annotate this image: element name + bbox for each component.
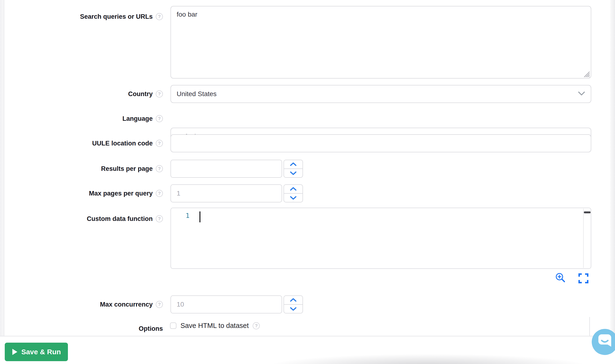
uule-label-row: UULE location code ?: [0, 139, 163, 148]
actor-input-form-page: Search queries or URLs ? foo bar Country…: [0, 0, 615, 364]
custom-data-function-label-row: Custom data function ?: [0, 214, 163, 223]
editor-fullscreen-button[interactable]: [578, 273, 588, 284]
max-pages-input[interactable]: [171, 184, 282, 202]
language-label: Language: [122, 115, 153, 122]
results-per-page-label-row: Results per page ?: [0, 164, 163, 173]
country-label-row: Country ?: [0, 89, 163, 99]
chevron-up-icon: [290, 298, 297, 302]
country-label: Country: [128, 91, 153, 98]
stepper-up-button[interactable]: [284, 296, 303, 304]
chevron-up-icon: [290, 187, 297, 191]
results-per-page-stepper: [283, 160, 303, 178]
country-select[interactable]: United States: [171, 85, 591, 103]
chat-bubble-icon: [592, 329, 615, 355]
max-concurrency-stepper: [283, 295, 303, 313]
page-right-gutter: [610, 0, 615, 336]
help-icon[interactable]: ?: [156, 91, 163, 98]
save-html-checkbox-label: Save HTML to dataset: [180, 322, 249, 330]
stepper-down-button[interactable]: [284, 304, 303, 313]
chevron-down-icon: [290, 171, 297, 175]
save-and-run-button[interactable]: Save & Run: [5, 343, 68, 361]
custom-data-function-label: Custom data function: [87, 215, 153, 222]
stepper-up-button[interactable]: [284, 160, 303, 169]
stepper-up-button[interactable]: [284, 185, 303, 193]
help-icon[interactable]: ?: [156, 140, 163, 147]
stepper-down-button[interactable]: [284, 193, 303, 202]
help-icon[interactable]: ?: [156, 115, 163, 122]
uule-input[interactable]: [171, 134, 591, 152]
max-concurrency-input[interactable]: [171, 295, 282, 313]
help-icon[interactable]: ?: [156, 190, 163, 197]
help-icon[interactable]: ?: [156, 301, 163, 308]
max-concurrency-label: Max concurrency: [100, 301, 153, 308]
country-selected-value: United States: [177, 90, 216, 98]
max-pages-label: Max pages per query: [89, 190, 153, 197]
help-icon[interactable]: ?: [156, 13, 163, 20]
results-per-page-input[interactable]: [171, 160, 282, 178]
stepper-down-button[interactable]: [284, 169, 303, 177]
results-per-page-label: Results per page: [101, 165, 153, 172]
editor-text-cursor: [200, 211, 201, 222]
max-pages-label-row: Max pages per query ?: [0, 189, 163, 198]
card-right-border: [589, 317, 590, 336]
form-footer-bar: Save & Run: [0, 336, 615, 364]
chevron-down-icon: [290, 196, 297, 200]
editor-zoom-in-button[interactable]: [555, 272, 566, 284]
save-html-option-row: Save HTML to dataset ?: [170, 322, 260, 330]
language-label-row: Language ?: [0, 114, 163, 123]
search-queries-label-row: Search queries or URLs ?: [0, 12, 163, 21]
chevron-down-icon: [578, 91, 585, 96]
zoom-in-icon: [555, 272, 566, 283]
play-icon: [12, 349, 18, 355]
help-icon[interactable]: ?: [253, 322, 260, 329]
search-queries-textarea[interactable]: foo bar: [171, 6, 591, 78]
max-pages-stepper: [283, 184, 303, 202]
editor-scrollbar-thumb[interactable]: [584, 211, 590, 213]
help-icon[interactable]: ?: [156, 215, 163, 222]
code-editor[interactable]: 1: [171, 208, 591, 269]
uule-label: UULE location code: [92, 140, 153, 147]
search-queries-label: Search queries or URLs: [80, 13, 153, 20]
chevron-up-icon: [290, 162, 297, 166]
help-icon[interactable]: ?: [156, 165, 163, 172]
chat-widget-button[interactable]: [592, 329, 615, 355]
max-concurrency-label-row: Max concurrency ?: [0, 300, 163, 309]
options-label-row: Options: [0, 324, 163, 333]
options-label: Options: [139, 325, 163, 332]
save-html-checkbox[interactable]: [170, 323, 176, 329]
save-and-run-label: Save & Run: [21, 348, 61, 356]
fullscreen-icon: [578, 273, 588, 283]
textarea-resize-handle-icon[interactable]: [582, 69, 590, 78]
chevron-down-icon: [290, 307, 297, 311]
editor-scrollbar-track: [583, 208, 584, 268]
editor-line-number: 1: [183, 212, 189, 219]
